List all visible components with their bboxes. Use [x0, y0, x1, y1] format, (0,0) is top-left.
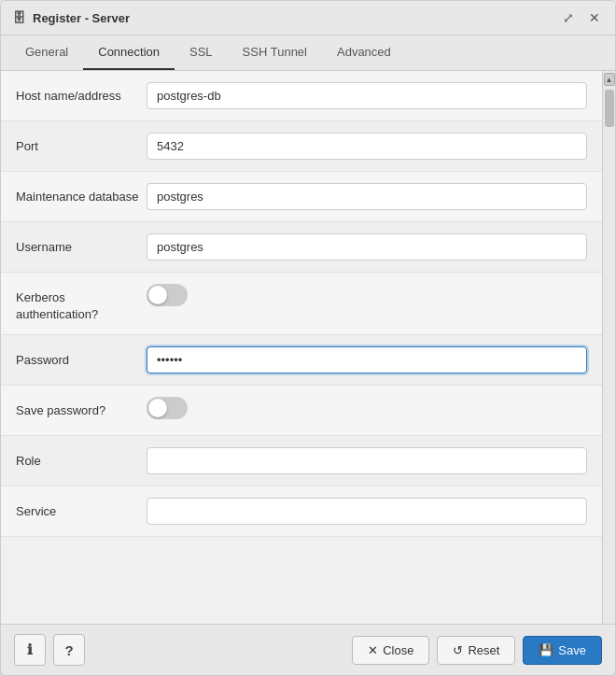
kerberos-toggle[interactable]: [147, 284, 188, 306]
role-input[interactable]: [147, 447, 587, 474]
help-icon: ?: [64, 642, 73, 658]
title-bar: 🗄 Register - Server ⤢ ✕: [1, 1, 615, 35]
tab-general[interactable]: General: [10, 35, 83, 70]
username-control: [147, 233, 587, 261]
password-control: [147, 346, 587, 373]
save-icon: 💾: [539, 643, 553, 657]
content-area: Host name/address Port Maintenance datab…: [1, 71, 615, 624]
password-label: Password: [16, 346, 147, 369]
save-password-control: [147, 397, 587, 419]
close-button[interactable]: ✕ Close: [352, 636, 429, 665]
close-window-button[interactable]: ✕: [585, 8, 604, 27]
register-server-dialog: 🗄 Register - Server ⤢ ✕ General Connecti…: [0, 0, 616, 676]
maintenance-db-label: Maintenance database: [16, 183, 147, 205]
save-password-toggle-thumb: [148, 399, 167, 417]
service-input[interactable]: [147, 498, 587, 525]
footer-left: ℹ ?: [14, 634, 85, 666]
port-control: [147, 133, 587, 160]
service-row: Service: [1, 486, 602, 537]
save-password-toggle-track: [147, 397, 188, 419]
title-bar-actions: ⤢ ✕: [559, 8, 604, 27]
form-area: Host name/address Port Maintenance datab…: [1, 71, 602, 624]
hostname-input[interactable]: [147, 82, 587, 109]
username-label: Username: [16, 233, 147, 256]
server-icon: 🗄: [12, 10, 25, 25]
expand-button[interactable]: ⤢: [559, 8, 578, 27]
info-icon: ℹ: [27, 641, 33, 658]
kerberos-toggle-track: [147, 284, 188, 306]
maintenance-db-row: Maintenance database: [1, 172, 602, 222]
scrollbar-thumb[interactable]: [605, 90, 614, 127]
role-control: [147, 447, 587, 474]
footer: ℹ ? ✕ Close ↺ Reset 💾 Save: [1, 624, 615, 675]
scrollbar: ▲: [602, 71, 615, 624]
dialog-title: Register - Server: [33, 11, 130, 25]
save-label: Save: [558, 643, 586, 657]
save-password-toggle[interactable]: [147, 397, 188, 419]
tab-advanced[interactable]: Advanced: [322, 35, 406, 70]
save-button[interactable]: 💾 Save: [523, 636, 602, 665]
info-button[interactable]: ℹ: [14, 634, 46, 666]
close-icon: ✕: [368, 643, 378, 657]
tab-ssh-tunnel[interactable]: SSH Tunnel: [228, 35, 322, 70]
port-input[interactable]: [147, 133, 587, 160]
kerberos-control: [147, 284, 587, 306]
role-label: Role: [16, 447, 147, 470]
kerberos-row: Kerberos authentication?: [1, 273, 602, 335]
hostname-row: Host name/address: [1, 71, 602, 121]
password-row: Password: [1, 335, 602, 386]
save-password-label: Save password?: [16, 397, 147, 419]
help-button[interactable]: ?: [53, 634, 85, 666]
tab-connection[interactable]: Connection: [83, 35, 175, 70]
close-label: Close: [383, 643, 413, 657]
footer-right: ✕ Close ↺ Reset 💾 Save: [352, 636, 602, 665]
save-password-row: Save password?: [1, 386, 602, 436]
reset-label: Reset: [468, 643, 499, 657]
hostname-control: [147, 82, 587, 109]
kerberos-toggle-thumb: [148, 286, 167, 304]
maintenance-db-input[interactable]: [147, 183, 587, 210]
port-label: Port: [16, 133, 147, 155]
reset-button[interactable]: ↺ Reset: [437, 636, 515, 665]
kerberos-label: Kerberos authentication?: [16, 284, 147, 323]
port-row: Port: [1, 121, 602, 172]
username-row: Username: [1, 222, 602, 273]
title-bar-left: 🗄 Register - Server: [12, 10, 130, 25]
maintenance-db-control: [147, 183, 587, 210]
tab-ssl[interactable]: SSL: [175, 35, 228, 70]
username-input[interactable]: [147, 233, 587, 261]
service-control: [147, 498, 587, 525]
hostname-label: Host name/address: [16, 82, 147, 105]
reset-icon: ↺: [453, 643, 463, 657]
service-label: Service: [16, 498, 147, 520]
scrollbar-up-button[interactable]: ▲: [604, 73, 615, 86]
tabs-bar: General Connection SSL SSH Tunnel Advanc…: [1, 35, 615, 71]
role-row: Role: [1, 436, 602, 486]
password-input[interactable]: [147, 346, 587, 373]
